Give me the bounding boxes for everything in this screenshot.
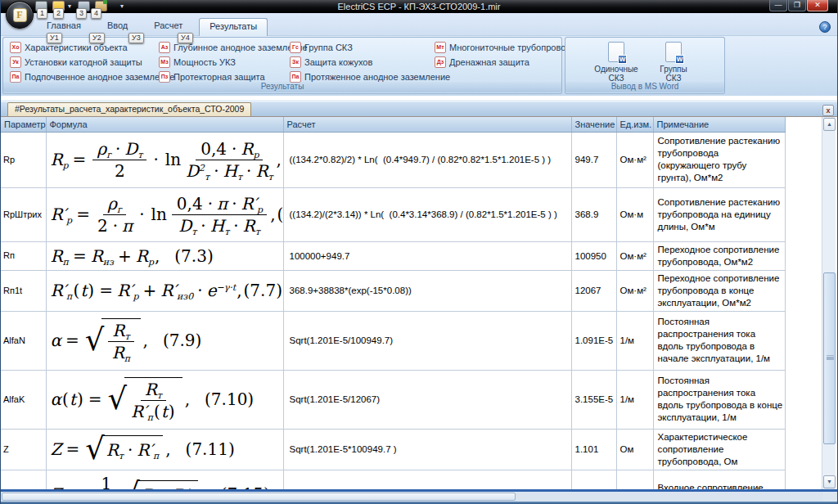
qat-more-icon[interactable]: ▾ <box>120 2 124 10</box>
ribbon-column-2: Аз Глубинное анодное заземление Мз Мощно… <box>157 40 288 84</box>
cell-formula: R′п(t)=R′p+R′из0·e−γ·t,(7.7) <box>46 270 283 311</box>
cell-calc: ((134.2*0.82)/2) * Ln( (0.4*949.7) / (0.… <box>283 132 571 187</box>
keytip-4: 4 <box>91 8 101 19</box>
cell-param: RpШтрих <box>1 187 46 241</box>
ribbon-button-label: Подпочвенное анодное заземление <box>25 72 174 82</box>
ribbon-button-icon: Ук <box>10 56 21 68</box>
ribbon-button-icon: Пз <box>159 71 170 83</box>
cell-note: Сопротивление растеканию трубопровода (о… <box>653 132 785 187</box>
cell-note: Характеристическое сопротивление трубопр… <box>653 429 785 470</box>
ribbon: Хо Характеристики объекта Ук Установки к… <box>1 36 837 97</box>
cell-value: 100950 <box>571 241 616 270</box>
ribbon-button-label: Многониточные трубопроводы <box>449 43 577 52</box>
ribbon-button-label: Группа СКЗ <box>304 43 353 52</box>
table-header-row: ПараметрФормулаРасчетЗначениеЕд.изм.Прим… <box>1 117 785 132</box>
tab-1[interactable]: Главная <box>37 18 91 36</box>
ribbon-column-1: Хо Характеристики объекта Ук Установки к… <box>8 40 157 84</box>
ribbon-button[interactable]: Ук Установки катодной защиты <box>8 55 157 70</box>
formula-image: Rп=Rиз+Rp,(7.3) <box>47 246 282 266</box>
table-row: AlfaK α(t)=√RтR′п(t),(7.10) Sqrt(1.201E-… <box>1 370 785 429</box>
cell-calc: Sqrt(1.201E-5/12067) <box>283 370 571 429</box>
word-export-button[interactable]: W ОдиночныеСКЗ <box>589 41 643 83</box>
scroll-down-icon[interactable]: ▼ <box>823 475 836 488</box>
cell-calc: Sqrt(1.201E-5/100949.7) <box>283 311 571 370</box>
ribbon-column-3: Гс Группа СКЗ Зк Защита кожухов Па Протя… <box>288 40 433 84</box>
cell-param: Z <box>1 429 46 470</box>
cell-calc: (Sqrt(1.201E-5*100949.7))/2 <box>283 470 571 489</box>
diamond-marks-icon <box>604 46 614 61</box>
cell-value: 1.101 <box>571 429 616 470</box>
column-header-2[interactable]: Формула <box>46 117 283 132</box>
formula-image: α=√RтRп,(7.9) <box>47 318 282 362</box>
formula-image: Z=√Rт·R′п,(7.11) <box>47 435 282 462</box>
tab-4[interactable]: Результаты <box>199 18 268 36</box>
cell-formula: Zвх=12√Rт·R′п,(7.15) <box>46 470 283 489</box>
document-tab[interactable]: #Результаты_расчета_характеристик_объект… <box>7 102 251 116</box>
document-close-icon[interactable]: x <box>822 105 834 116</box>
ribbon-button[interactable]: Мз Мощность УКЗ <box>157 55 288 70</box>
vertical-scrollbar[interactable]: ▲ ▼ <box>822 117 836 489</box>
restore-button[interactable]: ❐ <box>788 0 806 11</box>
formula-image: Zвх=12√Rт·R′п,(7.15) <box>47 474 282 490</box>
ribbon-button-icon: Мт <box>435 42 446 53</box>
cell-calc: Sqrt(1.201E-5*100949.7 ) <box>283 429 571 470</box>
ribbon-button-label: Дренажная защита <box>449 57 529 67</box>
formula-image: α(t)=√RтR′п(t),(7.10) <box>47 377 282 421</box>
ribbon-button[interactable]: Гс Группа СКЗ <box>288 40 433 55</box>
cell-param: Rп <box>1 241 46 270</box>
cell-formula: Z=√Rт·R′п,(7.11) <box>46 429 283 470</box>
ribbon-button[interactable]: Дз Дренажная защита <box>433 55 563 70</box>
ribbon-group-word-export: W ОдиночныеСКЗ W ГруппыСКЗ Вывод в MS Wo… <box>565 37 725 94</box>
cell-param: Zвх <box>1 470 46 489</box>
cell-calc: ((134.2)/(2*3.14)) * Ln( (0.4*3.14*368.9… <box>283 187 571 241</box>
ribbon-button-icon: Па <box>290 71 301 83</box>
cell-value: 12067 <box>571 270 616 311</box>
ribbon-button[interactable]: Мт Многониточные трубопроводы <box>433 40 563 55</box>
table-row: Rp Rp=ρг·Dт2·ln0,4·RpD2т·Hт·Rт,( ((134.2… <box>1 132 785 187</box>
cell-unit: Ом·м <box>616 187 653 241</box>
app-logo-icon: F <box>13 8 27 22</box>
cell-note: Переходное сопротивление трубопровода в … <box>653 270 785 311</box>
column-header-3[interactable]: Расчет <box>283 117 571 132</box>
cell-unit: Ом·м² <box>616 132 653 187</box>
keytip-1: 1 <box>37 8 47 19</box>
cell-unit: Ом·м² <box>616 270 653 311</box>
word-export-button-label: ГруппыСКЗ <box>660 65 687 83</box>
column-header-5[interactable]: Ед.изм. <box>616 117 653 132</box>
cell-unit: Ом·м² <box>616 241 653 270</box>
cell-param: Rp <box>1 132 46 187</box>
ribbon-button[interactable]: Аз Глубинное анодное заземление <box>157 40 288 55</box>
table-row: Rп Rп=Rиз+Rp,(7.3) 100000+949.7 100950 О… <box>1 241 785 270</box>
keytip-2: 2 <box>53 8 64 19</box>
ribbon-group-results-label: Результаты <box>3 82 561 92</box>
cell-formula: α=√RтRп,(7.9) <box>46 311 283 370</box>
minimize-button[interactable]: — <box>769 0 787 11</box>
cell-value: 0.5505 <box>571 470 616 489</box>
chevron-down-icon[interactable]: ▾ <box>68 2 71 10</box>
application-menu-button[interactable]: F <box>6 1 34 29</box>
word-export-button[interactable]: W ГруппыСКЗ <box>647 41 701 83</box>
word-badge-icon: W <box>618 55 627 64</box>
cell-calc: 368.9+38838*(exp(-15*0.08)) <box>283 270 571 311</box>
cell-formula: R′p=ρг2·π·ln0,4·π·R′pDт·Hт·Rт,(7. <box>46 187 283 241</box>
keytip-tab-main: У1 <box>47 33 62 43</box>
column-header-6[interactable]: Примечание <box>653 117 785 132</box>
close-button[interactable]: ✕ <box>807 0 828 11</box>
column-header-4[interactable]: Значение <box>571 117 616 132</box>
formula-image: R′p=ρг2·π·ln0,4·π·R′pDт·Hт·Rт,(7. <box>47 194 282 236</box>
cell-calc: 100000+949.7 <box>283 241 571 270</box>
horizontal-scrollbar-thumb[interactable] <box>2 493 516 501</box>
keytip-tab-results: У4 <box>178 33 193 43</box>
ribbon-button[interactable]: Зк Защита кожухов <box>288 55 433 70</box>
ribbon-button-label: Характеристики объекта <box>25 43 128 52</box>
ribbon-tabs: ГлавнаяВводРасчетРезультаты <box>37 18 274 36</box>
cell-unit: 1/м <box>616 311 653 370</box>
keytip-3: 3 <box>76 8 87 19</box>
column-header-1[interactable]: Параметр <box>1 117 46 132</box>
vertical-scrollbar-thumb[interactable] <box>823 272 836 444</box>
cell-param: Rп1t <box>1 270 46 311</box>
horizontal-scrollbar[interactable] <box>1 492 823 502</box>
keytip-tab-calc: У3 <box>128 33 144 43</box>
help-icon[interactable]: ? <box>819 21 831 33</box>
scroll-up-icon[interactable]: ▲ <box>823 118 836 131</box>
